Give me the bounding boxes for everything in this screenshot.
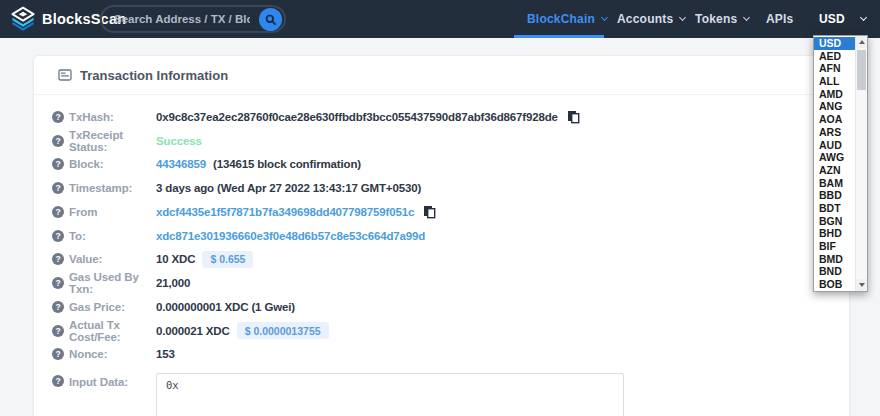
help-icon[interactable]: ? [52,230,64,242]
transaction-row: ?Fromxdcf4435e1f5f7871b7fa349698dd407798… [34,200,849,224]
help-icon[interactable]: ? [52,135,64,147]
row-label: From [69,206,156,218]
search-button[interactable] [259,8,282,31]
row-label: TxReceipt Status: [69,129,156,153]
nav-accounts-label: Accounts [617,12,673,26]
value-link[interactable]: xdc871e301936660e3f0e48d6b57c8e53c664d7a… [156,230,425,242]
currency-option[interactable]: AUD [814,139,855,152]
row-label: Timestamp: [69,182,156,194]
help-icon[interactable]: ? [52,111,64,123]
currency-option[interactable]: USD [814,37,855,50]
currency-option[interactable]: AED [814,50,855,63]
row-value: xdcf4435e1f5f7871b7fa349698dd407798759f0… [156,205,436,219]
row-label: Gas Price: [69,301,156,313]
row-label: To: [69,230,156,242]
row-value: 0.000000001 XDC (1 Gwei) [156,301,295,313]
row-value: 0x9c8c37ea2ec28760f0cae28e630ffbdbf3bcc0… [156,110,580,124]
row-value: xdc871e301936660e3f0e48d6b57c8e53c664d7a… [156,230,425,242]
row-value: 0x [156,373,624,416]
currency-option[interactable]: BND [814,265,855,278]
row-value: 0.000021 XDC$ 0.0000013755 [156,322,329,339]
currency-option[interactable]: ARS [814,126,855,139]
transaction-row: ?Value:10 XDC$ 0.655 [34,248,849,272]
currency-option[interactable]: BOB [814,278,855,291]
value-text: 153 [156,348,175,360]
row-label: Actual Tx Cost/Fee: [69,319,156,343]
currency-selector-label: USD [819,12,845,26]
currency-option[interactable]: BHD [814,227,855,240]
help-icon[interactable]: ? [52,375,64,387]
nav-apis[interactable]: APIs [766,0,793,38]
transaction-row: ?Input Data:0x [34,373,849,416]
row-value: Success [156,135,202,147]
scrollbar-thumb[interactable] [857,50,866,90]
currency-option-list: USDAEDAFNALLAMDANGAOAARSAUDAWGAZNBAMBBDB… [814,36,855,291]
nav-blockchain[interactable]: BlockChain [527,0,607,38]
transaction-row: ?Nonce:153 [34,343,849,367]
help-icon[interactable]: ? [52,348,64,360]
triangle-up-icon [859,40,865,44]
currency-option[interactable]: AOA [814,113,855,126]
help-icon[interactable]: ? [52,206,64,218]
card-header: Transaction Information [34,56,849,95]
value-link[interactable]: 44346859 [156,158,206,170]
value-text: (134615 block confirmation) [213,158,361,170]
currency-option[interactable]: AMD [814,88,855,101]
copy-icon[interactable] [423,205,436,219]
chevron-down-icon [860,14,867,21]
currency-option[interactable]: BDT [814,202,855,215]
currency-dropdown: USDAEDAFNALLAMDANGAOAARSAUDAWGAZNBAMBBDB… [813,35,868,292]
value-link[interactable]: xdcf4435e1f5f7871b7fa349698dd407798759f0… [156,206,414,218]
row-label: Gas Used By Txn: [69,271,156,295]
transaction-row: ?Gas Price:0.000000001 XDC (1 Gwei) [34,295,849,319]
value-text: 0.000021 XDC [156,325,230,337]
search-icon [265,14,277,26]
search-input[interactable] [102,13,250,25]
chevron-down-icon [743,14,750,21]
copy-icon[interactable] [567,110,580,124]
currency-option[interactable]: ANG [814,100,855,113]
scroll-up-button[interactable] [856,36,867,48]
value-text: 21,000 [156,277,190,289]
transaction-information-card: Transaction Information ?TxHash:0x9c8c37… [33,55,850,416]
currency-selector[interactable]: USD [819,0,866,38]
help-icon[interactable]: ? [52,158,64,170]
row-label: Nonce: [69,348,156,360]
row-value: 10 XDC$ 0.655 [156,251,253,268]
scroll-down-button[interactable] [856,279,867,291]
help-icon[interactable]: ? [52,301,64,313]
currency-option[interactable]: BMD [814,253,855,266]
row-label: Value: [69,253,156,265]
transaction-row: ?To:xdc871e301936660e3f0e48d6b57c8e53c66… [34,224,849,248]
transaction-row: ?TxReceipt Status:Success [34,129,849,153]
currency-option[interactable]: AFN [814,62,855,75]
help-icon[interactable]: ? [52,253,64,265]
help-icon[interactable]: ? [52,182,64,194]
dropdown-scrollbar [855,36,867,291]
fiat-value-badge: $ 0.0000013755 [237,322,329,339]
nav-tokens-label: Tokens [695,12,737,26]
card-icon [58,68,72,82]
status-badge: Success [156,135,202,147]
help-icon[interactable]: ? [52,325,64,337]
row-value: 44346859(134615 block confirmation) [156,158,361,170]
currency-option[interactable]: BGN [814,215,855,228]
input-data-box[interactable]: 0x [156,373,624,416]
currency-option[interactable]: BBD [814,189,855,202]
currency-option[interactable]: BAM [814,177,855,190]
currency-option[interactable]: AZN [814,164,855,177]
currency-option[interactable]: BIF [814,240,855,253]
transaction-row: ?Block:44346859(134615 block confirmatio… [34,153,849,177]
nav-tokens[interactable]: Tokens [695,0,749,38]
currency-option[interactable]: AWG [814,151,855,164]
nav-apis-label: APIs [766,12,793,26]
nav-accounts[interactable]: Accounts [617,0,685,38]
triangle-down-icon [859,283,865,287]
value-text: 10 XDC [156,253,195,265]
blocksscan-logo-icon [10,6,36,32]
help-icon[interactable]: ? [52,277,64,289]
currency-option[interactable]: ALL [814,75,855,88]
card-title: Transaction Information [80,68,228,83]
value-text: 0.000000001 XDC (1 Gwei) [156,301,295,313]
row-value: 153 [156,348,175,360]
